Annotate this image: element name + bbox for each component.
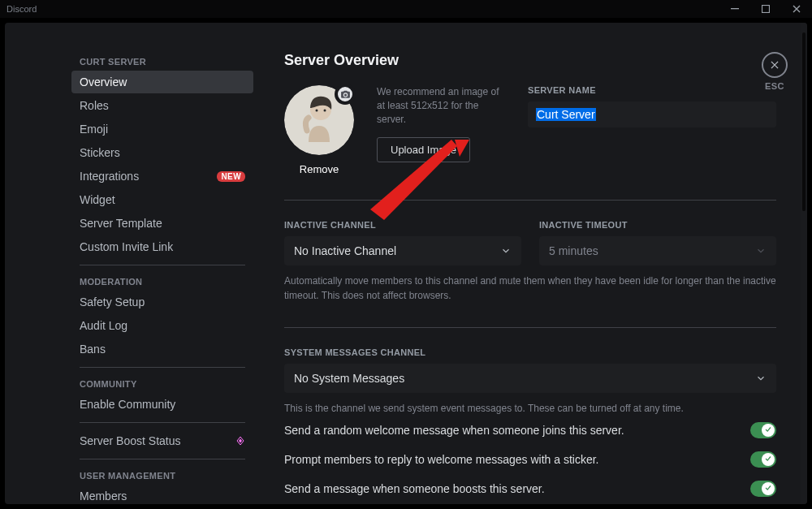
sidebar-item-members[interactable]: Members [71, 485, 253, 504]
sidebar-item-integrations[interactable]: Integrations NEW [71, 165, 253, 188]
svg-rect-1 [762, 6, 770, 13]
server-avatar[interactable] [284, 85, 354, 155]
sidebar-divider [80, 265, 245, 265]
upload-image-button[interactable]: Upload Image [377, 137, 470, 162]
sidebar-item-widget[interactable]: Widget [71, 188, 253, 211]
toggle-row: Prompt members to reply to welcome messa… [284, 445, 776, 474]
svg-point-5 [324, 110, 326, 112]
inactive-timeout-label: INACTIVE TIMEOUT [539, 220, 776, 230]
toggle-row: Send a message when someone boosts this … [284, 474, 776, 503]
page-title: Server Overview [284, 52, 776, 69]
chevron-down-icon [755, 373, 767, 384]
sidebar-item-emoji[interactable]: Emoji [71, 118, 253, 140]
server-name-selected-text: Curt Server [536, 108, 596, 121]
inactive-channel-label: INACTIVE CHANNEL [284, 220, 521, 230]
toggle-welcome-message[interactable] [750, 422, 776, 438]
section-divider [284, 327, 776, 328]
inactive-channel-select[interactable]: No Inactive Channel [284, 236, 521, 265]
svg-rect-0 [731, 8, 739, 9]
inactive-help-text: Automatically move members to this chann… [284, 274, 776, 303]
settings-main: Server Overview [261, 23, 807, 504]
remove-avatar-link[interactable]: Remove [300, 163, 339, 175]
section-divider [284, 200, 776, 201]
sidebar-item-roles[interactable]: Roles [71, 94, 253, 117]
close-settings-button[interactable]: ESC [762, 52, 788, 91]
esc-label: ESC [765, 81, 784, 91]
sidebar-item-safety-setup[interactable]: Safety Setup [71, 291, 253, 313]
window-maximize-button[interactable] [755, 2, 776, 15]
left-gutter [5, 23, 62, 504]
sidebar-item-server-template[interactable]: Server Template [71, 212, 253, 235]
close-icon [762, 52, 788, 78]
new-badge: NEW [217, 171, 245, 182]
sidebar-category: COMMUNITY [71, 374, 253, 392]
sidebar-divider [80, 422, 245, 423]
sidebar-item-overview[interactable]: Overview [71, 71, 253, 93]
window-minimize-button[interactable] [724, 2, 745, 15]
inactive-timeout-select[interactable]: 5 minutes [539, 236, 776, 265]
sidebar-item-custom-invite[interactable]: Custom Invite Link [71, 235, 253, 258]
chevron-down-icon [755, 245, 767, 257]
chevron-down-icon [500, 245, 512, 257]
window-controls [724, 2, 807, 15]
system-help-text: This is the channel we send system event… [284, 401, 776, 416]
titlebar: Discord [0, 0, 812, 18]
toggle-boost-message[interactable] [750, 481, 776, 497]
sidebar-item-audit-log[interactable]: Audit Log [71, 314, 253, 337]
boost-gem-icon [235, 436, 245, 446]
toggle-row: Send a random welcome message when someo… [284, 416, 776, 445]
avatar-recommend-text: We recommend an image of at least 512x51… [377, 85, 505, 126]
sidebar-divider [80, 459, 245, 459]
app-title: Discord [6, 4, 37, 14]
toggle-welcome-sticker[interactable] [750, 451, 776, 468]
system-channel-select[interactable]: No System Messages [284, 364, 776, 393]
settings-sidebar: CURT SERVER Overview Roles Emoji Sticker… [62, 23, 261, 504]
sidebar-divider [80, 367, 245, 368]
upload-image-icon[interactable] [335, 84, 356, 105]
sidebar-item-stickers[interactable]: Stickers [71, 141, 253, 164]
server-name-input[interactable]: Curt Server [528, 101, 776, 127]
sidebar-item-server-boost[interactable]: Server Boost Status [71, 429, 253, 452]
server-name-label: SERVER NAME [528, 85, 776, 95]
sidebar-category: USER MANAGEMENT [71, 466, 253, 484]
window-close-button[interactable] [786, 2, 807, 15]
system-channel-label: SYSTEM MESSAGES CHANNEL [284, 347, 776, 357]
scrollbar[interactable] [801, 23, 807, 504]
sidebar-category: CURT SERVER [71, 52, 253, 70]
sidebar-item-enable-community[interactable]: Enable Community [71, 393, 253, 416]
sidebar-item-bans[interactable]: Bans [71, 338, 253, 360]
scrollbar-thumb[interactable] [802, 32, 806, 211]
svg-point-4 [316, 110, 318, 112]
sidebar-category: MODERATION [71, 272, 253, 290]
